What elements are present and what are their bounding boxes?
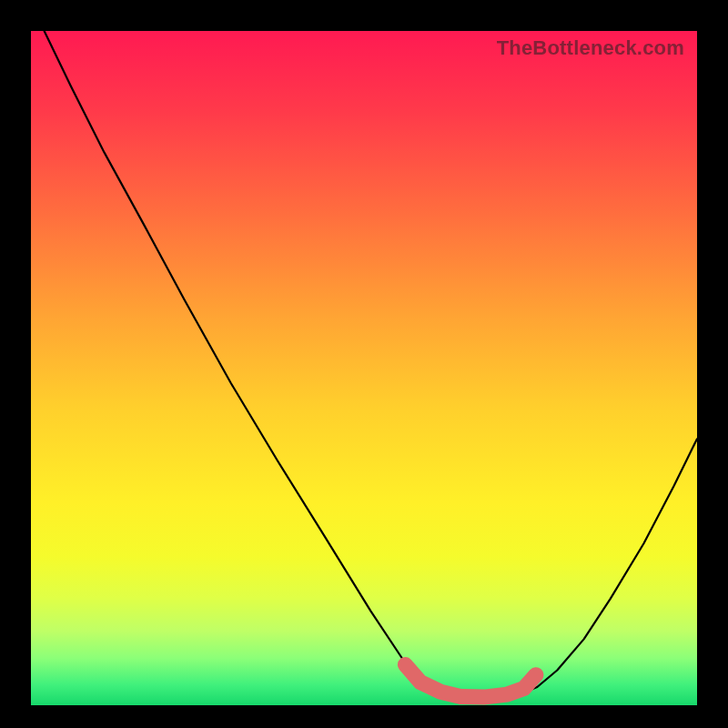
plot-area: TheBottleneck.com	[31, 31, 697, 705]
chart-frame: TheBottleneck.com	[0, 0, 728, 728]
curve-layer	[31, 31, 697, 705]
bottleneck-curve	[45, 31, 697, 700]
highlight-marker	[405, 665, 536, 698]
